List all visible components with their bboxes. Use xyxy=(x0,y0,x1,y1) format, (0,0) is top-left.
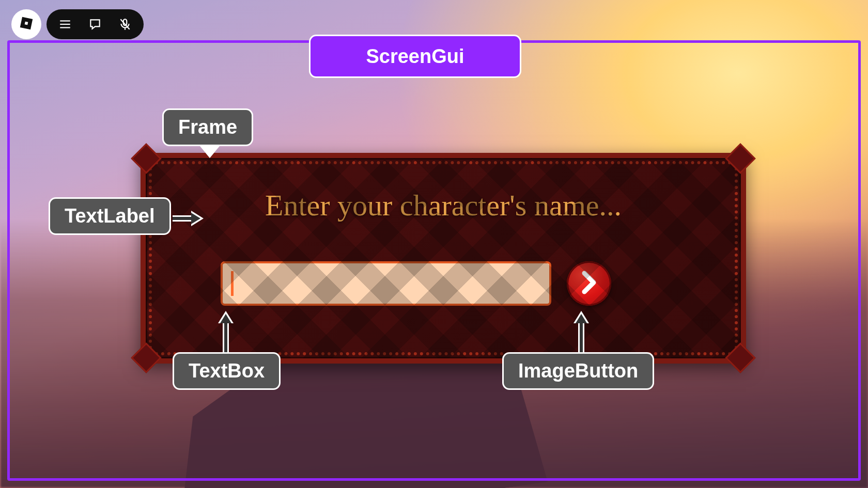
textlabel-callout-text: TextLabel xyxy=(65,205,155,227)
roblox-logo-icon xyxy=(19,15,34,33)
imagebutton-arrow-icon xyxy=(577,311,586,352)
screengui-label: ScreenGui xyxy=(309,35,521,78)
textbox-arrow-icon xyxy=(221,311,230,352)
hud-toolbar xyxy=(47,9,144,39)
hamburger-menu-icon[interactable] xyxy=(58,17,72,32)
frame-callout-pointer-icon xyxy=(202,148,218,158)
textlabel-callout: TextLabel xyxy=(49,197,171,235)
roblox-logo-button[interactable] xyxy=(11,9,41,39)
character-name-input[interactable] xyxy=(221,261,551,306)
screengui-label-text: ScreenGui xyxy=(366,45,464,68)
game-hud xyxy=(11,9,144,39)
frame-callout: Frame xyxy=(162,108,253,146)
textlabel-arrow-icon xyxy=(173,214,205,223)
svg-rect-1 xyxy=(25,22,28,25)
textbox-callout-text: TextBox xyxy=(189,360,265,382)
chevron-right-icon xyxy=(580,270,598,297)
imagebutton-callout: ImageButton xyxy=(502,352,654,390)
frame-callout-text: Frame xyxy=(178,116,237,138)
imagebutton-callout-text: ImageButton xyxy=(518,360,638,382)
dialog-frame: Enter your character's name... xyxy=(141,153,746,364)
dialog-title: Enter your character's name... xyxy=(146,188,741,223)
chat-bubble-icon[interactable] xyxy=(88,17,102,32)
text-caret-icon xyxy=(231,271,234,296)
submit-button[interactable] xyxy=(567,261,611,306)
textbox-callout: TextBox xyxy=(173,352,281,390)
microphone-muted-icon[interactable] xyxy=(118,17,132,32)
